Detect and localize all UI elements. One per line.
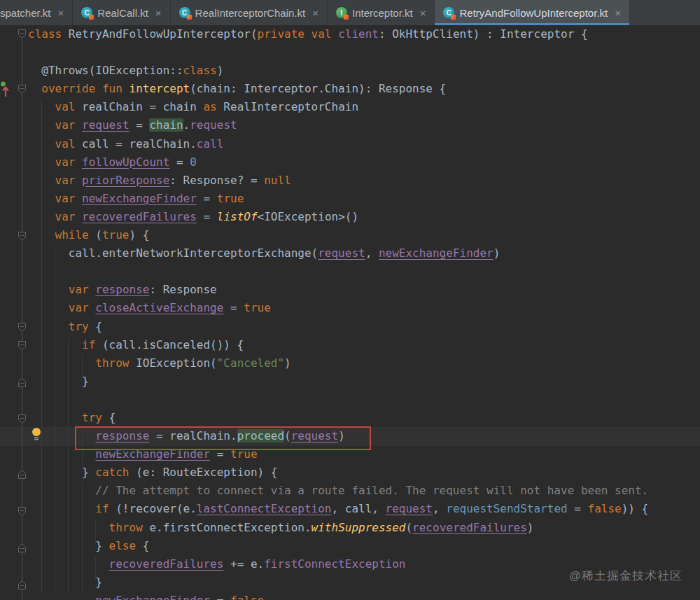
mutable-variable: newExchangeFinder: [82, 192, 197, 205]
code-line[interactable]: var recoveredFailures = listOf<IOExcepti…: [0, 208, 700, 226]
kotlin-badge-icon: [344, 15, 349, 20]
kotlin-class-icon: C: [81, 7, 92, 18]
code-line[interactable]: }: [0, 372, 700, 391]
mutable-variable: request: [318, 246, 365, 260]
code-line[interactable]: @Throws(IOException::class): [0, 62, 700, 80]
fold-expanded-icon[interactable]: [18, 414, 27, 424]
code-line[interactable]: if (!recover(e.lastConnectException, cal…: [0, 500, 700, 518]
close-icon[interactable]: ×: [155, 8, 162, 18]
tab-label: Interceptor.kt: [352, 7, 413, 19]
mutable-variable: recoveredFailures: [412, 521, 527, 534]
tab-label: RealInterceptorChain.kt: [195, 7, 306, 19]
mutable-variable: recoveredFailures: [82, 210, 197, 223]
code-line[interactable]: var newExchangeFinder = true: [0, 190, 700, 208]
fold-expanded-icon[interactable]: [18, 231, 27, 242]
mutable-variable: priorResponse: [82, 174, 169, 187]
tab-interceptor-kt[interactable]: IInterceptor.kt×: [328, 0, 435, 25]
code-line[interactable]: // The attempt to connect via a route fa…: [0, 482, 700, 500]
close-icon[interactable]: ×: [615, 8, 621, 18]
fold-end-icon[interactable]: [18, 377, 27, 388]
code-line[interactable]: throw e.firstConnectException.withSuppre…: [0, 519, 700, 537]
code-line[interactable]: try {: [0, 318, 700, 336]
tab-bar: spatcher.kt×CRealCall.kt×CRealIntercepto…: [0, 0, 700, 25]
code-line[interactable]: val realChain = chain as RealInterceptor…: [0, 98, 700, 116]
code-area[interactable]: class RetryAndFollowUpInterceptor(privat…: [0, 25, 700, 600]
kotlin-badge-icon: [187, 15, 192, 20]
kotlin-class-icon: C: [443, 7, 454, 18]
kotlin-badge-icon: [451, 15, 456, 20]
tab-realinterceptorchain-kt[interactable]: CRealInterceptorChain.kt×: [171, 0, 328, 25]
code-line[interactable]: try {: [0, 409, 700, 427]
mutable-variable: newExchangeFinder: [95, 594, 210, 600]
mutable-variable: response: [95, 283, 149, 296]
code-line[interactable]: var request = chain.request: [0, 116, 700, 134]
code-line[interactable]: [0, 263, 700, 281]
code-line[interactable]: var response: Response: [0, 281, 700, 299]
close-icon[interactable]: ×: [312, 8, 318, 18]
mutable-variable: closeActiveExchange: [95, 301, 223, 314]
kotlin-class-icon: C: [179, 7, 190, 18]
mutable-variable: request: [82, 118, 129, 132]
fold-expanded-icon[interactable]: [18, 322, 27, 333]
code-line[interactable]: call.enterNetworkInterceptorExchange(req…: [0, 244, 700, 263]
tab-spatcher-kt[interactable]: spatcher.kt×: [0, 0, 73, 25]
mutable-variable: recoveredFailures: [109, 557, 224, 571]
code-line[interactable]: } catch (e: RouteException) {: [0, 463, 700, 482]
code-line[interactable]: [0, 43, 700, 62]
fold-expanded-icon[interactable]: [18, 29, 27, 39]
fold-end-icon[interactable]: [18, 580, 27, 590]
code-line[interactable]: newExchangeFinder = false: [0, 592, 700, 600]
fold-expanded-icon[interactable]: [18, 340, 27, 351]
fold-end-icon[interactable]: [18, 543, 27, 553]
code-line[interactable]: if (call.isCanceled()) {: [0, 336, 700, 354]
fold-expanded-icon[interactable]: [18, 84, 27, 95]
mutable-variable: request: [386, 502, 433, 515]
mutable-variable: followUpCount: [82, 155, 169, 169]
fold-end-icon[interactable]: [18, 469, 27, 480]
code-line[interactable]: override fun intercept(chain: Intercepto…: [0, 80, 700, 98]
intention-lightbulb-icon[interactable]: [31, 427, 42, 441]
watermark: @稀土掘金技术社区: [569, 568, 682, 584]
code-line[interactable]: throw IOException("Canceled"): [0, 354, 700, 372]
override-method-icon[interactable]: [0, 80, 10, 98]
tab-label: RetryAndFollowUpInterceptor.kt: [459, 7, 608, 19]
code-line[interactable]: var priorResponse: Response? = null: [0, 172, 700, 190]
close-icon[interactable]: ×: [58, 8, 64, 18]
code-line[interactable]: var followUpCount = 0: [0, 153, 700, 172]
code-line[interactable]: [0, 391, 700, 409]
fold-expanded-icon[interactable]: [18, 506, 27, 517]
close-icon[interactable]: ×: [420, 8, 426, 18]
code-line[interactable]: var closeActiveExchange = true: [0, 299, 700, 317]
code-line[interactable]: val call = realChain.call: [0, 135, 700, 153]
kotlin-interface-icon: I: [336, 7, 347, 18]
ide-window: spatcher.kt×CRealCall.kt×CRealIntercepto…: [0, 0, 700, 600]
mutable-variable: newExchangeFinder: [379, 246, 493, 260]
code-line[interactable]: } else {: [0, 537, 700, 555]
code-line[interactable]: class RetryAndFollowUpInterceptor(privat…: [0, 25, 700, 43]
code-line[interactable]: while (true) {: [0, 226, 700, 244]
tab-label: RealCall.kt: [97, 7, 148, 19]
tab-realcall-kt[interactable]: CRealCall.kt×: [73, 0, 170, 25]
annotation-box: [75, 426, 371, 450]
kotlin-badge-icon: [89, 15, 94, 20]
tab-retryandfollowupinterceptor-kt[interactable]: CRetryAndFollowUpInterceptor.kt×: [435, 0, 630, 25]
usage-highlighted-token: chain: [149, 118, 183, 132]
mutable-variable: lastConnectException: [197, 502, 332, 515]
tab-label: spatcher.kt: [0, 7, 51, 19]
